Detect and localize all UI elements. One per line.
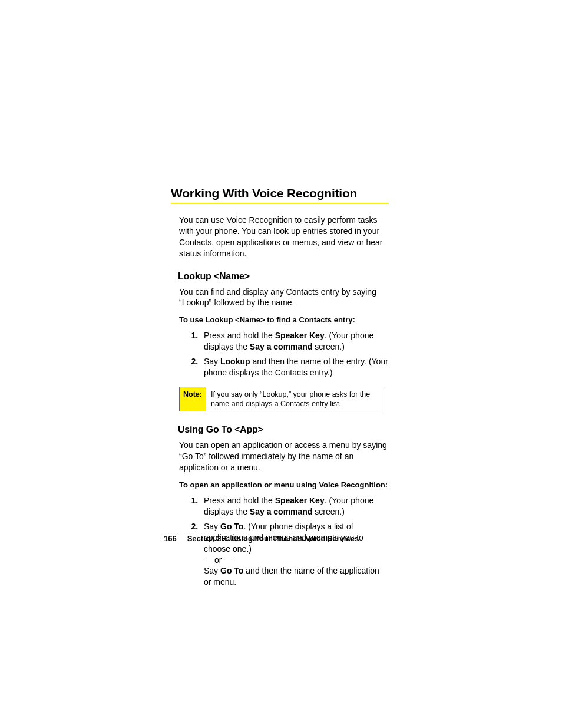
- speaker-key-label: Speaker Key: [275, 496, 325, 505]
- section1-step-2: Say Lookup and then the name of the entr…: [200, 356, 389, 378]
- document-page: Working With Voice Recognition You can u…: [0, 0, 562, 728]
- section2-step-2: Say Go To. (Your phone displays a list o…: [200, 521, 389, 588]
- text: screen.): [312, 342, 344, 351]
- lookup-command-label: Lookup: [220, 357, 250, 366]
- section-heading-goto: Using Go To <App>: [178, 424, 389, 435]
- footer-section-label: Section 2H: Using Your Phone’s Voice Ser…: [187, 534, 359, 543]
- say-a-command-label: Say a command: [250, 507, 313, 516]
- or-separator: — or —: [204, 555, 232, 565]
- goto-command-label: Go To: [220, 566, 243, 575]
- section2-instruction-title: To open an application or menu using Voi…: [179, 480, 389, 489]
- note-body: If you say only “Lookup,” your phone ask…: [206, 387, 385, 411]
- title-underline: [171, 203, 389, 204]
- page-footer: 166Section 2H: Using Your Phone’s Voice …: [164, 534, 359, 543]
- section2-step-1: Press and hold the Speaker Key. (Your ph…: [200, 495, 389, 518]
- text: Say: [204, 566, 220, 575]
- text: screen.): [312, 507, 344, 516]
- text: Press and hold the: [204, 496, 275, 505]
- section2-body: You can open an application or access a …: [179, 440, 389, 473]
- page-number: 166: [164, 534, 177, 543]
- text: Say: [204, 357, 220, 366]
- page-title: Working With Voice Recognition: [171, 186, 389, 200]
- note-label: Note:: [180, 387, 206, 411]
- speaker-key-label: Speaker Key: [275, 331, 325, 340]
- section1-body: You can find and display any Contacts en…: [179, 286, 389, 309]
- note-box: Note: If you say only “Lookup,” your pho…: [179, 387, 385, 412]
- goto-command-label: Go To: [220, 522, 243, 531]
- section1-steps: Press and hold the Speaker Key. (Your ph…: [189, 330, 389, 378]
- section1-instruction-title: To use Lookup <Name> to find a Contacts …: [179, 315, 389, 324]
- section-heading-lookup: Lookup <Name>: [178, 271, 389, 282]
- section1-step-1: Press and hold the Speaker Key. (Your ph…: [200, 330, 389, 353]
- text: Press and hold the: [204, 331, 275, 340]
- intro-paragraph: You can use Voice Recognition to easily …: [179, 215, 389, 259]
- say-a-command-label: Say a command: [250, 342, 313, 351]
- text: Say: [204, 522, 220, 531]
